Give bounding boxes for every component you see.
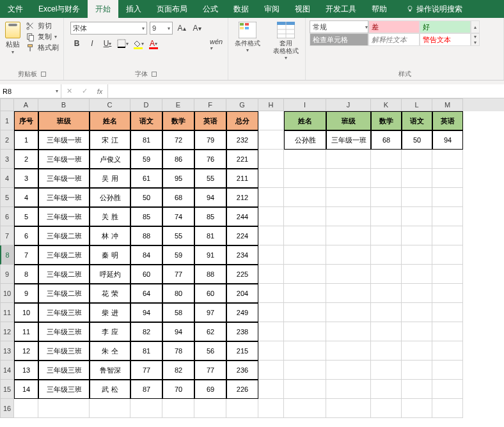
name-box[interactable]: R8▾ xyxy=(0,84,61,98)
cell[interactable] xyxy=(402,150,432,169)
cell[interactable]: 12 xyxy=(14,341,38,361)
cell[interactable] xyxy=(284,265,326,284)
cell[interactable] xyxy=(326,188,371,207)
cell[interactable] xyxy=(284,341,326,361)
cell[interactable] xyxy=(432,399,463,418)
cell[interactable] xyxy=(326,284,371,303)
cell[interactable]: 77 xyxy=(194,361,226,380)
col-header[interactable]: B xyxy=(38,98,90,111)
cell[interactable]: 呼延灼 xyxy=(90,265,130,284)
cell[interactable]: 68 xyxy=(162,188,194,207)
cell[interactable]: 2 xyxy=(14,150,38,169)
font-color-button[interactable]: A▾ xyxy=(147,37,160,50)
cell[interactable] xyxy=(258,341,284,361)
col-header[interactable]: D xyxy=(130,98,162,111)
cell[interactable]: 班级 xyxy=(38,111,90,130)
cell[interactable] xyxy=(326,399,371,418)
cell[interactable]: 卢俊义 xyxy=(90,150,130,169)
cell[interactable]: 60 xyxy=(194,284,226,303)
cell[interactable]: 三年级三班 xyxy=(38,380,90,399)
cell[interactable]: 86 xyxy=(162,150,194,169)
cell[interactable]: 81 xyxy=(130,341,162,361)
cell[interactable]: 226 xyxy=(226,380,258,399)
cell[interactable] xyxy=(326,150,371,169)
cell[interactable] xyxy=(284,207,326,226)
copy-button[interactable]: 复制 ▾ xyxy=(24,31,61,42)
tab-insert[interactable]: 插入 xyxy=(118,0,149,18)
cell[interactable]: 55 xyxy=(194,169,226,188)
cancel-formula-button[interactable]: ✕ xyxy=(61,87,77,95)
row-header[interactable]: 7 xyxy=(0,226,14,245)
cell[interactable]: 61 xyxy=(130,169,162,188)
increase-font-button[interactable]: A▴ xyxy=(175,22,188,35)
font-size-combo[interactable]: 9▾ xyxy=(150,22,173,35)
cell[interactable]: 238 xyxy=(226,322,258,341)
cell[interactable]: 14 xyxy=(14,380,38,399)
cell[interactable]: 姓名 xyxy=(284,111,326,130)
cell[interactable]: 97 xyxy=(194,303,226,322)
conditional-format-button[interactable]: 条件格式 ▾ xyxy=(231,19,264,53)
cell[interactable]: 三年级二班 xyxy=(38,245,90,265)
style-explanation[interactable]: 解释性文本 xyxy=(368,33,420,46)
bold-button[interactable]: B xyxy=(70,37,83,50)
cell[interactable] xyxy=(432,226,463,245)
cell[interactable]: 81 xyxy=(130,130,162,150)
cell[interactable]: 数学 xyxy=(371,111,402,130)
tab-view[interactable]: 视图 xyxy=(287,0,318,18)
col-header[interactable]: H xyxy=(258,98,284,111)
tell-me-search[interactable]: 操作说明搜索 xyxy=(398,0,470,18)
col-header[interactable]: G xyxy=(226,98,258,111)
cell[interactable] xyxy=(258,188,284,207)
cell[interactable]: 柴 进 xyxy=(90,303,130,322)
enter-formula-button[interactable]: ✓ xyxy=(77,87,92,95)
cell[interactable]: 236 xyxy=(226,361,258,380)
cell[interactable] xyxy=(14,399,38,418)
cell[interactable] xyxy=(130,399,162,418)
cell[interactable] xyxy=(258,380,284,399)
cell[interactable]: 232 xyxy=(226,130,258,150)
cell[interactable]: 62 xyxy=(194,322,226,341)
row-header[interactable]: 9 xyxy=(0,265,14,284)
cell[interactable] xyxy=(402,380,432,399)
cell[interactable] xyxy=(432,303,463,322)
cell[interactable] xyxy=(371,341,402,361)
style-good[interactable]: 好 xyxy=(420,20,471,33)
cell[interactable] xyxy=(326,265,371,284)
cell[interactable]: 95 xyxy=(162,169,194,188)
cell[interactable] xyxy=(326,207,371,226)
cell[interactable]: 9 xyxy=(14,284,38,303)
row-header[interactable]: 2 xyxy=(0,130,14,150)
cell[interactable] xyxy=(326,380,371,399)
cell[interactable] xyxy=(258,265,284,284)
cell[interactable]: 6 xyxy=(14,226,38,245)
cell[interactable]: 224 xyxy=(226,226,258,245)
tab-review[interactable]: 审阅 xyxy=(256,0,287,18)
cell[interactable] xyxy=(284,399,326,418)
styles-more-up[interactable]: ▴ xyxy=(471,20,480,33)
cell[interactable] xyxy=(371,380,402,399)
cell[interactable] xyxy=(258,399,284,418)
row-header[interactable]: 10 xyxy=(0,284,14,303)
cell[interactable]: 总分 xyxy=(226,111,258,130)
cell[interactable]: 三年级一班 xyxy=(38,150,90,169)
cell[interactable]: 三年级二班 xyxy=(38,265,90,284)
cell[interactable]: 三年级一班 xyxy=(38,207,90,226)
cell[interactable]: 8 xyxy=(14,265,38,284)
cell[interactable] xyxy=(402,399,432,418)
row-header[interactable]: 5 xyxy=(0,188,14,207)
cell[interactable]: 7 xyxy=(14,245,38,265)
col-header[interactable]: E xyxy=(162,98,194,111)
select-all-corner[interactable] xyxy=(0,98,14,111)
cell[interactable]: 94 xyxy=(162,322,194,341)
style-warning[interactable]: 警告文本 xyxy=(420,33,471,46)
cell[interactable]: 序号 xyxy=(14,111,38,130)
cell[interactable] xyxy=(371,188,402,207)
cell[interactable] xyxy=(371,361,402,380)
cell[interactable] xyxy=(432,245,463,265)
cell[interactable]: 三年级一班 xyxy=(38,130,90,150)
cell[interactable]: 85 xyxy=(130,207,162,226)
cell[interactable] xyxy=(371,399,402,418)
cell[interactable]: 1 xyxy=(14,130,38,150)
cell[interactable]: 81 xyxy=(194,226,226,245)
cell[interactable] xyxy=(402,341,432,361)
